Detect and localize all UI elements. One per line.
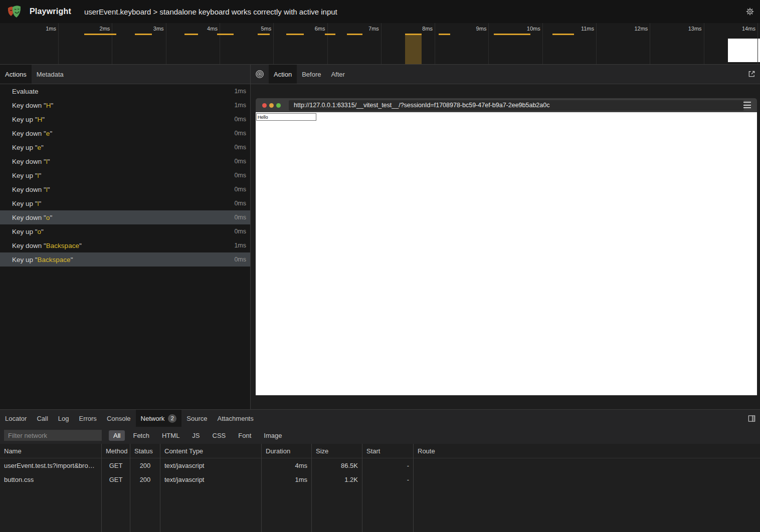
filter-chip-image[interactable]: Image	[259, 430, 286, 441]
network-cell[interactable]: 86.5K	[312, 458, 362, 472]
action-list-item[interactable]: Key down "l" 0ms	[0, 182, 250, 196]
tab-action[interactable]: Action	[269, 65, 297, 84]
action-duration: 1ms	[234, 88, 246, 95]
action-label: Key up "e"	[12, 144, 44, 151]
network-cell[interactable]: -	[362, 472, 413, 486]
timeline-action-mark[interactable]	[258, 34, 270, 35]
filmstrip-thumbnail[interactable]	[728, 39, 760, 62]
action-list-item[interactable]: Key down "H" 1ms	[0, 98, 250, 112]
tab-network[interactable]: Network 2	[136, 410, 182, 427]
actions-tabbar: Actions Metadata	[0, 65, 250, 84]
filter-chip-font[interactable]: Font	[234, 430, 256, 441]
action-label: Key down "o"	[12, 214, 52, 221]
tab-source[interactable]: Source	[181, 410, 212, 427]
network-cell[interactable]	[414, 458, 760, 472]
timeline-action-mark[interactable]	[439, 34, 451, 35]
timeline[interactable]: 1ms2ms3ms4ms5ms6ms7ms8ms9ms10ms11ms12ms1…	[0, 23, 760, 65]
settings-gear-icon[interactable]	[745, 7, 755, 17]
tab-log[interactable]: Log	[53, 410, 74, 427]
action-duration: 0ms	[234, 144, 246, 151]
timeline-gridline	[112, 23, 112, 64]
tab-metadata[interactable]: Metadata	[32, 65, 69, 84]
network-cell[interactable]: 200	[130, 458, 160, 472]
action-list-item[interactable]: Key up "Backspace" 0ms	[0, 252, 250, 267]
network-cell[interactable]: GET	[102, 458, 130, 472]
network-cell[interactable]	[414, 472, 760, 486]
action-list-item[interactable]: Key up "l" 0ms	[0, 196, 250, 210]
pick-locator-icon[interactable]	[255, 70, 264, 79]
timeline-action-mark[interactable]	[184, 34, 198, 35]
action-list-item[interactable]: Key down "o" 0ms	[0, 210, 250, 224]
timeline-action-mark[interactable]	[217, 34, 234, 35]
action-label: Key down "e"	[12, 130, 52, 137]
network-cell[interactable]: userEvent.test.ts?import&bro…	[0, 458, 101, 472]
action-duration: 0ms	[234, 186, 246, 193]
network-column-method: MethodGETGET	[102, 444, 130, 532]
action-list-item[interactable]: Key up "l" 0ms	[0, 168, 250, 182]
network-cell[interactable]: -	[362, 458, 413, 472]
network-cell[interactable]: 1ms	[262, 472, 311, 486]
network-column-status: Status200200	[130, 444, 160, 532]
filter-chip-all[interactable]: All	[109, 430, 125, 441]
tab-after[interactable]: After	[326, 65, 349, 84]
filter-chip-html[interactable]: HTML	[157, 430, 184, 441]
column-header: Start	[362, 444, 413, 458]
tab-actions[interactable]: Actions	[0, 65, 32, 84]
browser-chrome-bar: http://127.0.0.1:63315/__vitest_test__/?…	[256, 98, 757, 112]
network-cell[interactable]: 1.2K	[312, 472, 362, 486]
timeline-action-mark[interactable]	[552, 34, 574, 35]
timeline-action-mark[interactable]	[84, 34, 116, 35]
tab-before[interactable]: Before	[297, 65, 326, 84]
filter-chip-fetch[interactable]: Fetch	[128, 430, 154, 441]
app-header: Playwright userEvent.keyboard > standalo…	[0, 0, 760, 23]
action-list-item[interactable]: Key down "Backspace" 1ms	[0, 238, 250, 252]
timeline-tick-label: 14ms	[742, 26, 757, 32]
tab-console[interactable]: Console	[102, 410, 136, 427]
timeline-gridline	[273, 23, 274, 64]
tab-label: Actions	[5, 71, 27, 78]
filter-chip-js[interactable]: JS	[187, 430, 204, 441]
network-cell[interactable]: 4ms	[262, 458, 311, 472]
network-cell[interactable]: text/javascript	[160, 472, 261, 486]
timeline-action-mark[interactable]	[286, 34, 304, 35]
action-list-item[interactable]: Key up "e" 0ms	[0, 140, 250, 154]
network-filter-input[interactable]	[4, 430, 102, 441]
timeline-selected-action-bar[interactable]	[405, 34, 422, 64]
timeline-action-mark[interactable]	[135, 34, 151, 35]
window-menu-icon	[743, 102, 751, 108]
network-column-content-type: Content Typetext/javascripttext/javascri…	[160, 444, 262, 532]
action-duration: 0ms	[234, 172, 246, 179]
layout-split-icon[interactable]	[747, 414, 756, 423]
action-label: Key down "l"	[12, 158, 50, 165]
timeline-action-mark[interactable]	[347, 34, 362, 35]
tab-label: Log	[58, 415, 69, 422]
timeline-tick-label: 10ms	[527, 26, 542, 32]
tab-call[interactable]: Call	[32, 410, 53, 427]
filter-chip-css[interactable]: CSS	[208, 430, 231, 441]
timeline-tick-label: 5ms	[261, 26, 273, 32]
action-duration: 0ms	[234, 228, 246, 235]
open-external-icon[interactable]	[747, 70, 756, 78]
column-header: Size	[312, 444, 362, 458]
tab-errors[interactable]: Errors	[74, 410, 101, 427]
network-cell[interactable]: text/javascript	[160, 458, 261, 472]
timeline-tick-label: 1ms	[46, 26, 58, 32]
tab-attachments[interactable]: Attachments	[212, 410, 258, 427]
page-text-input[interactable]	[256, 113, 316, 121]
network-cell[interactable]: 200	[130, 472, 160, 486]
timeline-action-mark[interactable]	[494, 34, 530, 35]
network-column-route: Route	[414, 444, 760, 532]
action-list-item[interactable]: Evaluate 1ms	[0, 84, 250, 98]
timeline-gridline	[58, 23, 59, 64]
action-list-item[interactable]: Key up "o" 0ms	[0, 224, 250, 238]
network-cell[interactable]: button.css	[0, 472, 101, 486]
action-list-item[interactable]: Key down "l" 0ms	[0, 154, 250, 168]
action-list-item[interactable]: Key up "H" 0ms	[0, 112, 250, 126]
tab-locator[interactable]: Locator	[0, 410, 32, 427]
snapshot-content: http://127.0.0.1:63315/__vitest_test__/?…	[251, 84, 760, 409]
network-cell[interactable]: GET	[102, 472, 130, 486]
test-title: userEvent.keyboard > standalone keyboard…	[84, 8, 337, 16]
timeline-action-mark[interactable]	[325, 34, 335, 35]
action-list-item[interactable]: Key down "e" 0ms	[0, 126, 250, 140]
action-label: Key up "Backspace"	[12, 256, 73, 263]
